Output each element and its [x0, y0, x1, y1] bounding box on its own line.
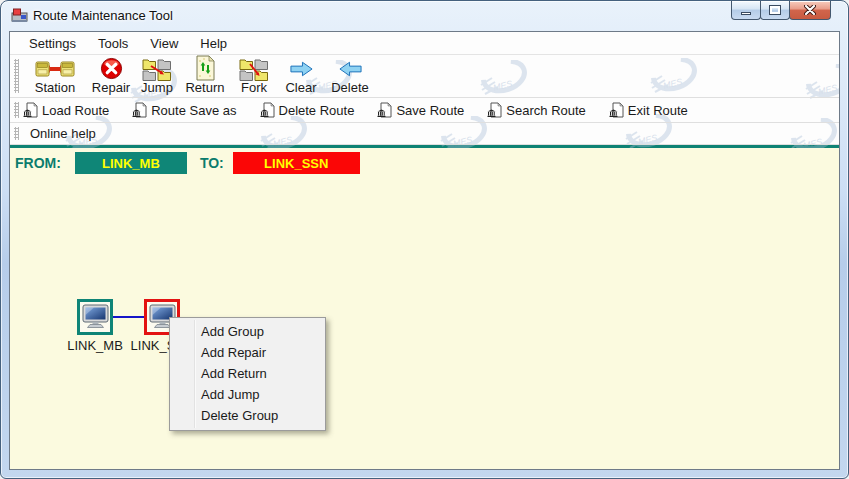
node-context-menu: Add Group Add Repair Add Return Add Jump… [169, 317, 326, 431]
node-link-mb[interactable] [77, 299, 113, 335]
station-icon [35, 57, 75, 81]
main-toolbar: Station Repair [10, 55, 839, 98]
close-icon [804, 5, 816, 15]
repair-label: Repair [92, 81, 130, 95]
computer-icon [82, 304, 109, 330]
menu-tools[interactable]: Tools [87, 33, 139, 54]
route-file-icon [377, 102, 392, 118]
route-file-icon [23, 102, 38, 118]
route-tool-icon [11, 8, 29, 28]
route-file-icon [260, 102, 275, 118]
route-save-as-button[interactable]: Route Save as [132, 102, 236, 118]
search-route-button[interactable]: Search Route [487, 102, 586, 118]
title-bar[interactable]: Route Maintenance Tool [1, 1, 848, 31]
context-menu-add-return[interactable]: Add Return [170, 363, 325, 384]
to-label: TO: [200, 155, 224, 171]
delete-route-label: Delete Route [279, 103, 355, 118]
toolbar-grip[interactable] [14, 59, 19, 93]
toolbar-grip[interactable] [14, 127, 19, 140]
route-file-icon [487, 102, 502, 118]
close-button[interactable] [789, 1, 831, 20]
fork-button[interactable]: Fork [231, 56, 277, 97]
route-save-as-label: Route Save as [151, 103, 236, 118]
route-file-icon [609, 102, 624, 118]
client-area: Settings Tools View Help [9, 31, 840, 470]
jump-label: Jump [141, 81, 173, 95]
load-route-button[interactable]: Load Route [23, 102, 109, 118]
jump-button[interactable]: Jump [135, 56, 179, 97]
context-menu-add-group[interactable]: Add Group [170, 321, 325, 342]
exit-route-button[interactable]: Exit Route [609, 102, 688, 118]
menu-view[interactable]: View [139, 33, 189, 54]
load-route-label: Load Route [42, 103, 109, 118]
context-menu-add-repair[interactable]: Add Repair [170, 342, 325, 363]
jump-icon [142, 57, 172, 81]
repair-icon [100, 57, 123, 81]
route-canvas[interactable]: FROM: LINK_MB TO: LINK_SSN LINK_MB [10, 148, 839, 469]
clear-button[interactable]: Clear [277, 56, 325, 97]
delete-arrow-left-icon [338, 57, 363, 81]
clear-arrow-right-icon [289, 57, 314, 81]
return-icon [195, 55, 216, 81]
return-button[interactable]: Return [179, 56, 231, 97]
maximize-icon [770, 6, 780, 14]
fork-icon [239, 57, 269, 81]
search-route-label: Search Route [506, 103, 586, 118]
from-value-box: LINK_MB [75, 152, 187, 174]
route-header: FROM: LINK_MB TO: LINK_SSN [15, 152, 360, 174]
minimize-button[interactable] [731, 1, 761, 20]
context-menu-delete-group[interactable]: Delete Group [170, 405, 325, 426]
to-value-box: LINK_SSN [233, 152, 360, 174]
save-route-label: Save Route [396, 103, 464, 118]
menu-settings[interactable]: Settings [18, 33, 87, 54]
app-window: Route Maintenance Tool [0, 0, 849, 479]
delete-route-button[interactable]: Delete Route [260, 102, 355, 118]
node-connector-line [110, 316, 144, 318]
delete-label: Delete [331, 81, 369, 95]
route-toolbar: Load Route Route Save as Delete Route [10, 98, 839, 123]
fork-label: Fork [241, 81, 267, 95]
context-menu-add-jump[interactable]: Add Jump [170, 384, 325, 405]
clear-label: Clear [285, 81, 316, 95]
maximize-button[interactable] [760, 1, 790, 20]
delete-button[interactable]: Delete [325, 56, 375, 97]
station-label: Station [35, 81, 75, 95]
from-label: FROM: [15, 155, 61, 171]
help-toolbar: Online help [10, 123, 839, 145]
window-controls [732, 1, 831, 20]
online-help-button[interactable]: Online help [30, 126, 96, 141]
menu-help[interactable]: Help [189, 33, 238, 54]
exit-route-label: Exit Route [628, 103, 688, 118]
station-button[interactable]: Station [23, 56, 87, 97]
window-title: Route Maintenance Tool [33, 1, 173, 31]
save-route-button[interactable]: Save Route [377, 102, 464, 118]
return-label: Return [185, 81, 224, 95]
menu-bar: Settings Tools View Help [10, 32, 839, 55]
repair-button[interactable]: Repair [87, 56, 135, 97]
minimize-icon [741, 12, 751, 15]
toolbar-grip[interactable] [14, 102, 19, 118]
route-file-icon [132, 102, 147, 118]
